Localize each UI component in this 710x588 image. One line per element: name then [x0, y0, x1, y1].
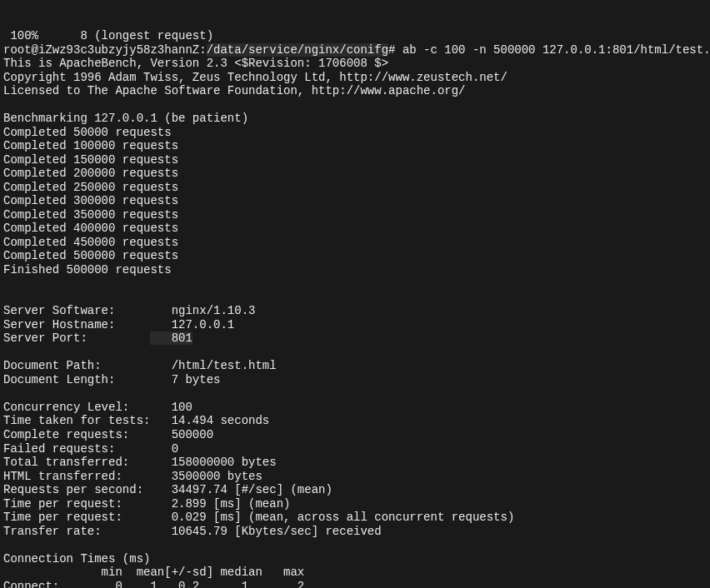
ab-version: This is ApacheBench, Version 2.3 <$Revis…	[3, 57, 388, 70]
license-line: Licensed to The Apache Software Foundati…	[3, 84, 466, 97]
doc-length: Document Length: 7 bytes	[3, 373, 220, 386]
transfer-rate: Transfer rate: 10645.79 [Kbytes/sec] rec…	[3, 525, 382, 538]
conn-times-title: Connection Times (ms)	[3, 552, 150, 566]
server-port: Server Port: 801	[3, 331, 192, 345]
terminal[interactable]: 100% 8 (longest request) root@iZwz93c3ub…	[0, 27, 710, 588]
server-hostname: Server Hostname: 127.0.0.1	[3, 318, 234, 331]
conn-connect: Connect: 0 1 0.2 1 2	[3, 580, 304, 588]
completed-line: Completed 350000 requests	[3, 208, 178, 222]
copyright-line: Copyright 1996 Adam Twiss, Zeus Technolo…	[3, 71, 508, 84]
completed-line: Completed 50000 requests	[3, 126, 172, 139]
completed-line: Completed 400000 requests	[3, 222, 178, 235]
doc-path: Document Path: /html/test.html	[3, 359, 277, 372]
requests-per-second: Requests per second: 34497.74 [#/sec] (m…	[3, 483, 332, 496]
server-software: Server Software: nginx/1.10.3	[3, 304, 255, 317]
time-taken: Time taken for tests: 14.494 seconds	[3, 414, 269, 427]
completed-line: Completed 300000 requests	[3, 194, 178, 207]
completed-line: Completed 500000 requests	[3, 249, 178, 262]
prompt-line: root@iZwz93c3ubzyjy58z3hannZ:/data/servi…	[3, 43, 710, 57]
completed-line: Completed 200000 requests	[3, 167, 178, 180]
html-transferred: HTML transferred: 3500000 bytes	[3, 470, 262, 483]
total-transferred: Total transferred: 158000000 bytes	[3, 456, 277, 469]
completed-line: Completed 150000 requests	[3, 153, 178, 167]
completed-line: Completed 250000 requests	[3, 181, 178, 194]
concurrency-level: Concurrency Level: 100	[3, 401, 192, 414]
failed-requests: Failed requests: 0	[3, 442, 178, 456]
complete-requests: Complete requests: 500000	[3, 428, 213, 441]
completed-line: Completed 450000 requests	[3, 236, 178, 249]
benchmarking-line: Benchmarking 127.0.0.1 (be patient)	[3, 112, 248, 125]
time-per-request-concurrent: Time per request: 0.029 [ms] (mean, acro…	[3, 511, 514, 524]
completed-line: Completed 100000 requests	[3, 139, 178, 152]
progress-line: 100% 8 (longest request)	[3, 29, 213, 42]
finished-line: Finished 500000 requests	[3, 263, 172, 277]
time-per-request: Time per request: 2.899 [ms] (mean)	[3, 497, 290, 511]
conn-times-header: min mean[+/-sd] median max	[3, 566, 304, 579]
